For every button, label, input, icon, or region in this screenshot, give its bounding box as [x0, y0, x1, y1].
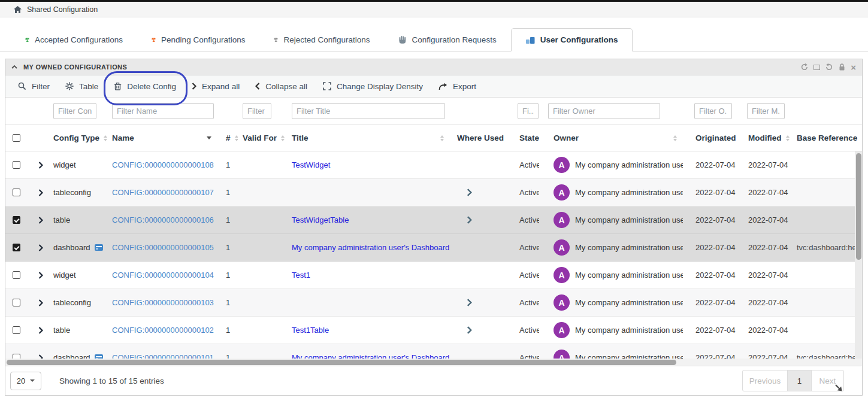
column-header-originated[interactable]: Originated [683, 133, 736, 142]
row-checkbox[interactable] [13, 271, 20, 279]
table-row[interactable]: tableconfig CONFIG:0000000000000103 1 Ac… [5, 289, 862, 317]
undo-icon[interactable] [825, 63, 833, 71]
table-row[interactable]: dashboard CONFIG:0000000000000101 1 My c… [5, 344, 862, 359]
column-header-modified[interactable]: Modified [736, 133, 790, 142]
home-icon[interactable] [13, 5, 22, 14]
dashboard-icon [95, 354, 103, 359]
table-row[interactable]: table CONFIG:0000000000000102 1 Test1Tab… [5, 317, 862, 344]
column-header-count[interactable]: # [221, 133, 238, 142]
column-header-where-used[interactable]: Where Used [450, 133, 505, 142]
expand-row-icon[interactable] [38, 162, 43, 169]
state-cell: Active [519, 188, 539, 197]
column-header-valid-for[interactable]: Valid For [238, 133, 287, 142]
tab-accepted-configurations[interactable]: Accepted Configurations [11, 28, 137, 51]
column-header-config-type[interactable]: Config Type [49, 133, 107, 142]
where-used-icon[interactable] [467, 216, 472, 224]
where-used-icon[interactable] [467, 326, 472, 334]
export-button[interactable]: Export [431, 75, 484, 97]
where-used-icon[interactable] [467, 299, 472, 306]
expand-all-button[interactable]: Expand all [184, 75, 247, 97]
owner-avatar: A [554, 267, 570, 283]
config-id-link[interactable]: CONFIG:0000000000000103 [112, 298, 214, 307]
chevron-down-icon [30, 379, 35, 382]
previous-page-button[interactable]: Previous [742, 370, 788, 391]
count-cell: 1 [226, 353, 230, 359]
collapse-all-button[interactable]: Collapse all [247, 75, 315, 97]
filter-owner-input[interactable] [548, 103, 660, 119]
refresh-icon[interactable] [800, 63, 809, 71]
config-id-link[interactable]: CONFIG:0000000000000106 [112, 215, 214, 224]
horizontal-scrollbar [5, 359, 862, 366]
column-header-name[interactable]: Name [107, 133, 221, 142]
config-id-link[interactable]: CONFIG:0000000000000101 [112, 353, 214, 359]
table-row[interactable]: table CONFIG:0000000000000106 1 TestWidg… [5, 206, 862, 234]
filter-title-input[interactable] [292, 103, 445, 119]
expand-row-icon[interactable] [38, 299, 43, 306]
row-checkbox[interactable] [13, 244, 20, 251]
row-checkbox[interactable] [13, 189, 20, 196]
table-row[interactable]: widget CONFIG:0000000000000108 1 TestWid… [5, 151, 862, 179]
delete-config-button[interactable]: Delete Config [106, 75, 184, 97]
base-reference-cell: tvc:dashboard:hex [797, 243, 860, 252]
config-id-link[interactable]: CONFIG:0000000000000105 [112, 243, 214, 252]
current-page-button[interactable]: 1 [787, 370, 812, 391]
filter-name-input[interactable] [112, 103, 214, 119]
row-checkbox[interactable] [13, 216, 20, 224]
owner-avatar: A [554, 322, 570, 338]
dashboard-icon [95, 244, 103, 251]
expand-row-icon[interactable] [38, 189, 43, 196]
tab-configuration-requests[interactable]: Configuration Requests [385, 28, 511, 51]
originated-cell: 2022-07-04 [695, 298, 736, 307]
filter-valid-for-input[interactable] [243, 103, 271, 119]
config-id-link[interactable]: CONFIG:0000000000000107 [112, 188, 214, 197]
tab-user-configurations[interactable]: User Configurations [511, 28, 633, 51]
lock-icon[interactable] [838, 63, 846, 71]
owner-name: My company administration user [575, 353, 683, 359]
expand-row-icon[interactable] [38, 272, 43, 279]
expand-row-icon[interactable] [38, 327, 43, 334]
expand-row-icon[interactable] [38, 244, 43, 251]
change-display-density-button[interactable]: Change Display Density [315, 75, 431, 97]
filter-config-type-input[interactable] [53, 103, 96, 119]
expand-row-icon[interactable] [38, 354, 43, 359]
table-row[interactable]: tableconfig CONFIG:0000000000000107 1 Ac… [5, 179, 862, 206]
vertical-scrollbar-thumb[interactable] [856, 153, 861, 260]
close-icon[interactable]: × [851, 63, 856, 72]
config-title-link[interactable]: My company administration user's Dashboa… [292, 243, 449, 252]
column-header-state[interactable]: State [505, 133, 539, 142]
maximize-icon[interactable] [813, 65, 820, 70]
where-used-icon[interactable] [467, 189, 472, 196]
tab-pending-configurations[interactable]: Pending Configurations [137, 28, 259, 51]
toolbar: Filter Table [5, 75, 862, 98]
table-settings-button[interactable]: Table [58, 75, 106, 97]
table-header: Config Type Name # Valid For Title Where… [5, 125, 862, 151]
column-header-owner[interactable]: Owner [539, 133, 683, 142]
filter-state-input[interactable] [518, 103, 539, 119]
config-title-link[interactable]: Test1 [292, 271, 310, 280]
config-title-link[interactable]: Test1Table [292, 326, 329, 335]
config-id-link[interactable]: CONFIG:0000000000000102 [112, 326, 214, 335]
table-row[interactable]: widget CONFIG:0000000000000104 1 Test1 A… [5, 262, 862, 289]
collapse-panel-icon[interactable] [11, 65, 17, 69]
filter-modified-input[interactable] [747, 103, 785, 119]
row-checkbox[interactable] [13, 299, 20, 306]
table-row[interactable]: dashboard CONFIG:0000000000000105 1 My c… [5, 234, 862, 262]
select-all-checkbox[interactable] [13, 134, 20, 142]
horizontal-scrollbar-thumb[interactable] [7, 360, 676, 365]
config-title-link[interactable]: TestWidgetTable [292, 215, 349, 224]
config-title-link[interactable]: My company administration user's Dashboa… [292, 353, 449, 359]
tab-rejected-configurations[interactable]: Rejected Configurations [259, 28, 384, 51]
page-size-dropdown[interactable]: 20 [10, 372, 41, 390]
config-id-link[interactable]: CONFIG:0000000000000108 [112, 160, 214, 169]
column-header-base-reference[interactable]: Base Reference [790, 133, 862, 142]
filter-originated-input[interactable] [694, 103, 732, 119]
config-id-link[interactable]: CONFIG:0000000000000104 [112, 271, 214, 280]
config-title-link[interactable]: TestWidget [292, 160, 330, 169]
expand-row-icon[interactable] [38, 217, 43, 224]
row-checkbox[interactable] [13, 161, 20, 169]
column-header-title[interactable]: Title [287, 133, 450, 142]
row-checkbox[interactable] [13, 354, 20, 359]
filter-button[interactable]: Filter [10, 75, 58, 97]
config-type-cell: widget [53, 271, 76, 280]
row-checkbox[interactable] [13, 326, 20, 334]
